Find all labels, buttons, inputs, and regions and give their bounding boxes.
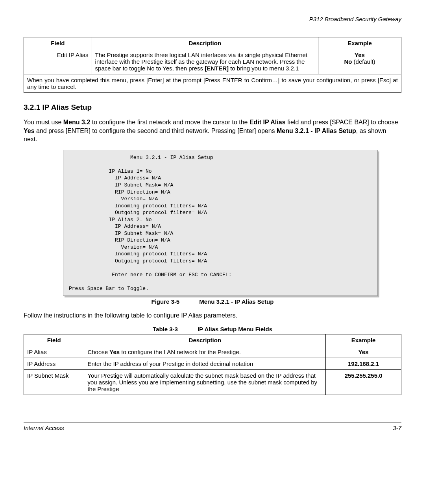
cell-desc: Choose Yes to configure the LAN network … xyxy=(84,346,326,358)
example-no: No xyxy=(344,58,352,65)
p1-g: and press [ENTER] to configure the secon… xyxy=(35,127,277,134)
p1-f: Yes xyxy=(24,127,35,134)
p1-h: Menu 3.2.1 - IP Alias Setup xyxy=(277,127,356,134)
p1-b: Menu 3.2 xyxy=(63,119,90,126)
th-example2: Example xyxy=(326,334,401,346)
example-default: (default) xyxy=(352,58,375,65)
table-edit-ip-alias: Field Description Example Edit IP Alias … xyxy=(24,37,401,93)
section-heading: 3.2.1 IP Alias Setup xyxy=(24,103,401,112)
table-row: IP Address Enter the IP address of your … xyxy=(24,358,401,370)
th-description: Description xyxy=(92,37,318,49)
cell-example: 192.168.2.1 xyxy=(326,358,401,370)
th-example: Example xyxy=(318,37,401,49)
table-row: IP Alias Choose Yes to configure the LAN… xyxy=(24,346,401,358)
d-bold: Yes xyxy=(109,349,120,355)
table-number: Table 3-3 xyxy=(153,326,178,332)
p1-d: Edit IP Alias xyxy=(249,119,286,126)
page-header-product: P312 Broadband Security Gateway xyxy=(24,16,401,22)
th-field: Field xyxy=(24,37,92,49)
cell-description: The Prestige supports three logical LAN … xyxy=(92,49,318,74)
table-ip-alias-fields: Field Description Example IP Alias Choos… xyxy=(24,334,401,395)
cell-example: Yes No (default) xyxy=(318,49,401,74)
desc-text-post: to bring you to menu 3.2.1 xyxy=(229,65,299,72)
table-row: IP Subnet Mask Your Prestige will automa… xyxy=(24,370,401,395)
cell-example: Yes xyxy=(326,346,401,358)
figure-number: Figure 3-5 xyxy=(152,298,180,305)
table-note-row: When you have completed this menu, press… xyxy=(24,74,401,93)
desc-text-bold: [ENTER] xyxy=(205,65,229,72)
table-note: When you have completed this menu, press… xyxy=(24,74,401,93)
table-title: IP Alias Setup Menu Fields xyxy=(198,326,272,332)
footer-left: Internet Access xyxy=(24,425,64,431)
d-pre: Enter the IP address of your Prestige in… xyxy=(87,360,253,367)
section-paragraph: You must use Menu 3.2 to configure the f… xyxy=(24,118,401,144)
cell-field: Edit IP Alias xyxy=(24,49,92,74)
cell-field: IP Subnet Mask xyxy=(24,370,84,395)
cell-example: 255.255.255.0 xyxy=(326,370,401,395)
p1-c: to configure the first network and move … xyxy=(90,119,249,126)
figure-title: Menu 3.2.1 - IP Alias Setup xyxy=(199,298,273,305)
table-row: Edit IP Alias The Prestige supports thre… xyxy=(24,49,401,74)
th-field2: Field xyxy=(24,334,84,346)
cell-field: IP Address xyxy=(24,358,84,370)
footer-right: 3-7 xyxy=(393,425,401,431)
d-pre: Your Prestige will automatically calcula… xyxy=(87,372,317,392)
th-desc2: Description xyxy=(84,334,326,346)
cell-desc: Your Prestige will automatically calcula… xyxy=(84,370,326,395)
terminal-screenshot: Menu 3.2.1 - IP Alias Setup IP Alias 1= … xyxy=(63,150,378,296)
follow-text: Follow the instructions in the following… xyxy=(24,311,401,320)
p1-a: You must use xyxy=(24,119,63,126)
p1-e: field and press [SPACE BAR] to choose xyxy=(286,119,398,126)
cell-desc: Enter the IP address of your Prestige in… xyxy=(84,358,326,370)
table-caption: Table 3-3IP Alias Setup Menu Fields xyxy=(24,326,401,332)
page-footer: Internet Access 3-7 xyxy=(24,423,401,431)
cell-field: IP Alias xyxy=(24,346,84,358)
example-yes: Yes xyxy=(355,52,365,58)
figure-caption: Figure 3-5Menu 3.2.1 - IP Alias Setup xyxy=(24,298,401,305)
d-pre: Choose xyxy=(87,349,109,355)
d-post: to configure the LAN network for the Pre… xyxy=(120,349,241,355)
header-rule xyxy=(24,25,401,25)
